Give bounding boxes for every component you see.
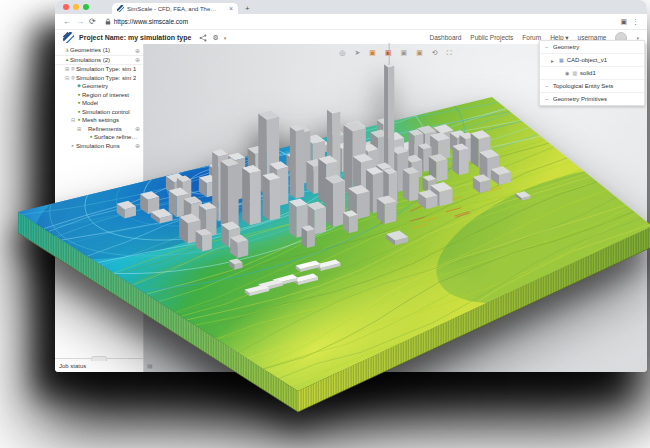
tree-item-simulation-type-sim-2[interactable]: ⊟◍Simulation Type: sim 2: [55, 74, 143, 83]
iso-view-tool-icon[interactable]: ▣: [369, 49, 376, 56]
minimize-window-button[interactable]: [73, 4, 79, 10]
back-icon[interactable]: ←: [63, 18, 71, 26]
add-icon[interactable]: ⊕: [135, 125, 140, 132]
panel-row-label: CAD-object_v1: [567, 57, 607, 63]
tree-item-label: Simulations (2): [70, 57, 110, 63]
tree-item-label: Geometries (1): [70, 47, 110, 53]
tree-item-geometries-1-[interactable]: ◮Geometries (1)⊕: [55, 46, 143, 56]
tree-item-refinements[interactable]: ⊞Refinements⊕: [55, 125, 143, 134]
panel-row-label: Geometry: [553, 44, 579, 50]
job-status-grip[interactable]: ▤: [147, 362, 153, 369]
page-background: SimScale - CFD, FEA, and The… × + ← → ⟳ …: [0, 0, 650, 448]
tree-item-model[interactable]: ●Model: [55, 99, 143, 108]
tab-title: SimScale - CFD, FEA, and The…: [127, 6, 226, 12]
tree-expander-icon[interactable]: ⊞: [76, 126, 82, 132]
tree-item-mesh-settings[interactable]: ⊟●Mesh settings: [55, 116, 143, 125]
top-view-tool-icon[interactable]: ▣: [416, 49, 423, 56]
padlock-icon: [105, 18, 111, 25]
extension-icon[interactable]: ▣: [620, 18, 627, 26]
settings-gear-icon[interactable]: ⚙: [212, 34, 218, 42]
cad-icon: ▦: [559, 58, 564, 63]
tree-item-label: Refinements: [88, 126, 122, 132]
front-view-tool-icon[interactable]: ▣: [401, 49, 408, 56]
nav-link-public-projects[interactable]: Public Projects: [470, 34, 513, 41]
simulation-tree-panel: ◮Geometries (1)⊕▲Simulations (2)⊕⊞◍Simul…: [55, 44, 144, 372]
tree-item-label: Surface refinement 1: [94, 134, 140, 140]
tab-close-icon[interactable]: ×: [229, 5, 233, 12]
tree-item-simulation-type-sim-1[interactable]: ⊞◍Simulation Type: sim 1: [55, 65, 143, 74]
tree-item-simulations-2-[interactable]: ▲Simulations (2)⊕: [55, 56, 143, 66]
simulation-tree: ◮Geometries (1)⊕▲Simulations (2)⊕⊞◍Simul…: [55, 44, 143, 150]
panel-row-label: solid1: [580, 70, 596, 76]
new-tab-button[interactable]: +: [245, 3, 250, 14]
tree-item-label: Simulation Type: sim 1: [76, 66, 136, 72]
geometry-panel: −Geometry▸▦CAD-object_v1◉▥solid1−Topolog…: [539, 40, 645, 106]
browser-tab[interactable]: SimScale - CFD, FEA, and The… ×: [112, 3, 238, 14]
nav-link-dashboard[interactable]: Dashboard: [430, 34, 462, 41]
close-window-button[interactable]: [63, 4, 69, 10]
panel-row-solid1[interactable]: ◉▥solid1: [540, 66, 644, 79]
home-view-tool-icon[interactable]: ▣: [385, 49, 392, 56]
tree-item-simulation-runs[interactable]: ▸Simulation Runs⊕: [55, 142, 143, 151]
collapse-icon[interactable]: −: [545, 83, 550, 89]
browser-menu-icon[interactable]: ⋮: [632, 18, 639, 26]
tree-item-simulation-control[interactable]: ●Simulation control: [55, 108, 143, 117]
project-name: Project Name: my simulation type: [79, 34, 191, 41]
zoom-window-button[interactable]: [83, 4, 89, 10]
tree-item-label: Region of interest: [82, 92, 129, 98]
viewport-toolbar: ◎➤▣▣▣▣⟲⛶: [339, 49, 451, 56]
add-icon[interactable]: ⊕: [135, 47, 140, 54]
panel-row-topological-entity-sets[interactable]: −Topological Entity Sets: [540, 79, 644, 92]
tree-item-label: Model: [82, 100, 98, 106]
job-status-label: Job status: [59, 363, 86, 369]
tree-item-label: Simulation Type: sim 2: [76, 75, 136, 81]
address-field[interactable]: https://www.simscale.com: [101, 16, 616, 27]
browser-window: SimScale - CFD, FEA, and The… × + ← → ⟳ …: [55, 0, 647, 372]
add-icon[interactable]: ⊕: [135, 56, 140, 63]
panel-row-label: Topological Entity Sets: [553, 83, 613, 89]
tree-item-region-of-interest[interactable]: ●Region of interest: [55, 91, 143, 100]
fit-view-tool-icon[interactable]: ⛶: [447, 49, 452, 56]
tree-item-label: Simulation Runs: [76, 143, 120, 149]
add-icon[interactable]: ⊕: [135, 142, 140, 149]
tree-item-surface-refinement-1[interactable]: ●Surface refinement 1: [55, 133, 143, 142]
url-text: https://www.simscale.com: [114, 18, 188, 25]
tree-item-label: Simulation control: [82, 109, 130, 115]
share-icon[interactable]: [199, 34, 207, 42]
simscale-logo: [63, 32, 74, 43]
mesh-icon: ▥: [572, 71, 577, 76]
eye-icon[interactable]: ◉: [565, 71, 569, 76]
window-controls: [63, 4, 89, 10]
tree-item-label: Mesh settings: [82, 117, 119, 123]
tree-item-label: Geometry: [82, 83, 108, 89]
reload-icon[interactable]: ⟳: [89, 18, 96, 26]
forward-icon[interactable]: →: [76, 18, 84, 26]
collapse-icon[interactable]: −: [545, 96, 550, 102]
panel-row-geometry-primitives[interactable]: −Geometry Primitives: [540, 92, 644, 105]
browser-tab-bar: SimScale - CFD, FEA, and The… × +: [55, 0, 647, 14]
refresh-view-tool-icon[interactable]: ⟲: [432, 49, 438, 56]
simscale-favicon: [117, 5, 124, 12]
panel-row-geometry[interactable]: −Geometry: [540, 41, 644, 53]
expander-icon[interactable]: ▸: [551, 57, 556, 64]
url-bar: ← → ⟳ https://www.simscale.com ▣ ⋮: [55, 14, 647, 30]
select-tool-icon[interactable]: ➤: [354, 49, 360, 56]
job-status-handle[interactable]: [91, 356, 107, 361]
orbit-tool-icon[interactable]: ◎: [339, 49, 345, 56]
panel-row-label: Geometry Primitives: [553, 96, 607, 102]
collapse-icon[interactable]: −: [545, 44, 550, 50]
settings-caret-icon: ▾: [224, 35, 227, 41]
panel-row-cad-object-v1[interactable]: ▸▦CAD-object_v1: [540, 53, 644, 66]
job-status-bar[interactable]: Job status: [55, 358, 143, 372]
tree-item-geometry[interactable]: ◆Geometry: [55, 82, 143, 91]
